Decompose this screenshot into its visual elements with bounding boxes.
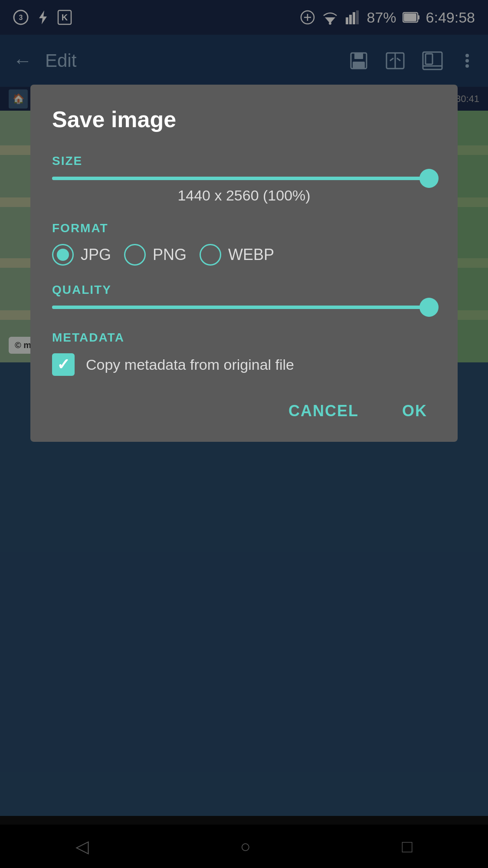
ok-button[interactable]: OK bbox=[393, 398, 436, 424]
metadata-section: METADATA ✓ Copy metadata from original f… bbox=[52, 331, 436, 376]
dialog-title: Save image bbox=[52, 106, 436, 132]
metadata-section-label: METADATA bbox=[52, 331, 436, 345]
format-radio-jpg[interactable] bbox=[52, 244, 74, 266]
format-section: FORMAT JPG PNG WEBP bbox=[52, 221, 436, 266]
format-option-webp[interactable]: WEBP bbox=[200, 244, 274, 266]
size-slider-track[interactable] bbox=[52, 177, 436, 180]
cancel-button[interactable]: CANCEL bbox=[280, 398, 367, 424]
save-image-dialog: Save image SIZE 1440 x 2560 (100%) FORMA… bbox=[30, 85, 458, 442]
metadata-row: ✓ Copy metadata from original file bbox=[52, 353, 436, 376]
size-slider-container bbox=[52, 177, 436, 180]
quality-slider-fill bbox=[52, 306, 436, 309]
format-option-png[interactable]: PNG bbox=[124, 244, 187, 266]
format-radio-png[interactable] bbox=[124, 244, 146, 266]
format-radio-jpg-fill bbox=[57, 249, 69, 261]
metadata-checkbox[interactable]: ✓ bbox=[52, 353, 75, 376]
format-label-jpg: JPG bbox=[81, 246, 111, 264]
metadata-checkbox-label: Copy metadata from original file bbox=[86, 356, 294, 373]
quality-slider-thumb[interactable] bbox=[419, 298, 439, 317]
dialog-buttons: CANCEL OK bbox=[52, 398, 436, 424]
format-label-webp: WEBP bbox=[228, 246, 274, 264]
format-label-png: PNG bbox=[153, 246, 187, 264]
quality-section-label: QUALITY bbox=[52, 283, 436, 297]
quality-section: QUALITY bbox=[52, 283, 436, 309]
format-options: JPG PNG WEBP bbox=[52, 244, 436, 266]
format-option-jpg[interactable]: JPG bbox=[52, 244, 111, 266]
format-section-label: FORMAT bbox=[52, 221, 436, 235]
quality-slider-track[interactable] bbox=[52, 306, 436, 309]
quality-slider-container bbox=[52, 306, 436, 309]
size-value-display: 1440 x 2560 (100%) bbox=[52, 187, 436, 204]
size-slider-fill bbox=[52, 177, 436, 180]
format-radio-webp[interactable] bbox=[200, 244, 221, 266]
size-section-label: SIZE bbox=[52, 154, 436, 168]
size-slider-thumb[interactable] bbox=[419, 169, 439, 188]
